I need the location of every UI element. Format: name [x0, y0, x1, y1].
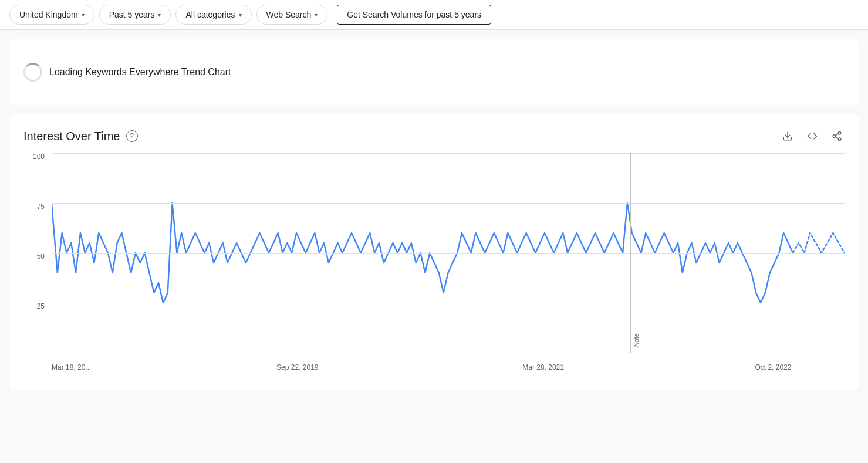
loading-text: Loading Keywords Everywhere Trend Chart	[49, 67, 231, 77]
chart-container: 100 75 50 25 Note	[23, 153, 845, 376]
search-type-label: Web Search	[266, 10, 312, 19]
help-icon[interactable]: ?	[126, 130, 138, 142]
grid-line-25	[52, 303, 845, 303]
y-axis-labels: 100 75 50 25	[23, 153, 49, 353]
period-dropdown[interactable]: Past 5 years ▾	[99, 5, 171, 25]
toolbar: United Kingdom ▾ Past 5 years ▾ All cate…	[0, 0, 868, 30]
chart-title-group: Interest Over Time ?	[23, 130, 138, 143]
y-label-100: 100	[33, 153, 45, 160]
share-button[interactable]	[829, 129, 845, 144]
categories-dropdown[interactable]: All categories ▾	[175, 5, 251, 25]
x-label-oct2022: Oct 2, 2022	[755, 363, 791, 371]
search-type-chevron-icon: ▾	[315, 12, 318, 18]
period-chevron-icon: ▾	[158, 12, 161, 18]
region-label: United Kingdom	[19, 10, 78, 19]
note-label: Note	[633, 333, 640, 347]
download-button[interactable]	[780, 129, 795, 144]
chart-title: Interest Over Time	[23, 130, 120, 143]
x-label-sep2019: Sep 22, 2019	[276, 363, 318, 371]
note-line: Note	[630, 153, 631, 353]
loading-spinner	[23, 63, 42, 82]
x-label-mar2018: Mar 18, 20...	[52, 363, 91, 371]
embed-icon	[807, 131, 818, 141]
grid-line-75	[52, 203, 845, 204]
svg-line-4	[835, 137, 838, 138]
chart-actions	[780, 129, 845, 144]
share-icon	[832, 131, 842, 141]
download-icon	[782, 131, 793, 141]
region-dropdown[interactable]: United Kingdom ▾	[9, 5, 94, 25]
embed-button[interactable]	[805, 129, 820, 144]
chart-header: Interest Over Time ?	[23, 129, 845, 144]
x-label-mar2021: Mar 28, 2021	[522, 363, 564, 371]
period-label: Past 5 years	[109, 10, 155, 19]
y-label-75: 75	[37, 203, 45, 210]
search-type-dropdown[interactable]: Web Search ▾	[256, 5, 328, 25]
loading-section: Loading Keywords Everywhere Trend Chart	[9, 39, 859, 105]
categories-chevron-icon: ▾	[239, 12, 242, 18]
get-volumes-button[interactable]: Get Search Volumes for past 5 years	[337, 5, 491, 25]
y-label-25: 25	[37, 303, 45, 310]
chart-section: Interest Over Time ?	[9, 114, 859, 390]
grid-lines	[52, 153, 845, 353]
region-chevron-icon: ▾	[82, 12, 85, 18]
svg-line-5	[835, 134, 838, 136]
grid-line-100	[52, 153, 845, 154]
y-label-50: 50	[37, 253, 45, 260]
grid-line-50	[52, 253, 845, 254]
chart-area: Note Mar 18, 20...	[52, 153, 845, 353]
categories-label: All categories	[185, 10, 235, 19]
